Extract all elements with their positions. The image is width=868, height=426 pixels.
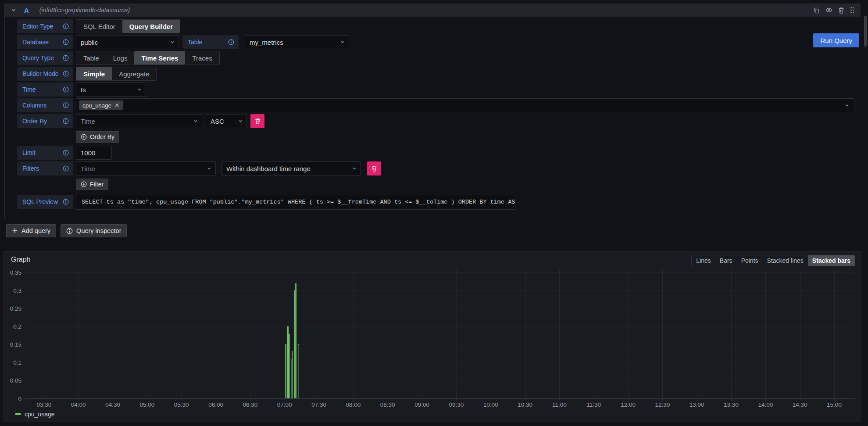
time-column-select[interactable]: ts	[76, 82, 146, 97]
filters-row: Filters Time Within dashboard time range	[17, 161, 854, 175]
field-label-time: Time	[17, 82, 73, 97]
info-icon[interactable]	[228, 39, 234, 45]
field-label-table: Table	[182, 35, 239, 49]
x-tick-label: 14:00	[758, 401, 773, 408]
option-stacked-lines[interactable]: Stacked lines	[763, 255, 808, 266]
order-by-direction-select[interactable]: ASC	[206, 114, 247, 128]
add-filter-button[interactable]: Filter	[76, 179, 108, 190]
gridline	[353, 269, 354, 398]
x-tick-mark	[491, 399, 491, 401]
x-tick-mark	[353, 399, 354, 401]
option-table[interactable]: Table	[76, 51, 106, 64]
field-label-columns: Columns	[17, 98, 73, 112]
x-tick-label: 04:30	[105, 401, 120, 408]
x-tick-label: 05:00	[139, 401, 154, 408]
option-points[interactable]: Points	[737, 255, 763, 266]
option-lines[interactable]: Lines	[692, 255, 715, 266]
y-tick-label: 0.2	[4, 324, 21, 330]
info-icon[interactable]	[63, 165, 69, 172]
datasource-hint: (info8fcc-greptimedb-datasource)	[39, 7, 130, 14]
gridline	[456, 269, 457, 398]
option-simple[interactable]: Simple	[76, 67, 112, 80]
info-icon[interactable]	[63, 71, 69, 77]
option-bars[interactable]: Bars	[715, 255, 737, 266]
x-tick-label: 10:00	[483, 401, 498, 408]
collapse-chevron-icon[interactable]	[11, 7, 16, 13]
x-tick-label: 11:00	[552, 401, 567, 408]
info-icon[interactable]	[63, 23, 69, 29]
duplicate-query-icon[interactable]	[813, 7, 820, 14]
limit-input[interactable]	[76, 146, 112, 160]
legend-color-dash	[15, 413, 21, 415]
editor-type-row: Editor Type SQL EditorQuery Builder	[17, 19, 854, 33]
x-tick-label: 10:30	[518, 401, 532, 408]
gridline	[216, 269, 216, 398]
x-tick-mark	[731, 399, 732, 401]
gridline	[25, 290, 855, 290]
gridline	[147, 269, 147, 398]
bar-cpu_usage[interactable]	[298, 344, 299, 398]
legend-item-cpu-usage[interactable]: cpu_usage	[15, 411, 55, 418]
gridline	[731, 269, 732, 398]
order-by-row: Order By Time ASC	[17, 114, 854, 128]
legend-label: cpu_usage	[25, 411, 55, 418]
bar-cpu_usage[interactable]	[295, 283, 296, 398]
table-select[interactable]: my_metrics	[245, 35, 349, 49]
remove-tag-icon[interactable]: ✕	[114, 102, 120, 108]
option-traces[interactable]: Traces	[185, 51, 219, 64]
gridline	[525, 269, 525, 398]
chart-plot-area[interactable]	[25, 269, 855, 399]
order-by-column-select[interactable]: Time	[76, 114, 202, 128]
query-row-header[interactable]: A (info8fcc-greptimedb-datasource)	[5, 4, 861, 17]
gridline	[388, 269, 388, 398]
remove-order-by-button[interactable]	[250, 114, 264, 128]
x-tick-mark	[662, 399, 663, 401]
bar-cpu_usage[interactable]	[285, 344, 286, 398]
run-query-button[interactable]: Run Query	[813, 33, 859, 47]
drag-handle-icon[interactable]	[850, 7, 854, 14]
info-icon[interactable]	[63, 102, 69, 108]
bar-cpu_usage[interactable]	[289, 334, 290, 399]
x-tick-label: 07:00	[277, 401, 292, 408]
info-icon[interactable]	[63, 55, 69, 61]
filter-condition-select[interactable]: Within dashboard time range	[221, 161, 361, 175]
display-mode-toggle: LinesBarsPointsStacked linesStacked bars	[691, 255, 855, 266]
hide-response-eye-icon[interactable]	[825, 7, 832, 14]
gridline	[422, 269, 422, 398]
x-tick-mark	[525, 399, 525, 401]
query-inspector-button[interactable]: Query inspector	[61, 224, 127, 237]
field-label-filters: Filters	[17, 161, 73, 175]
info-icon[interactable]	[63, 39, 69, 45]
delete-query-icon[interactable]	[838, 7, 844, 14]
field-label-order-by: Order By	[17, 114, 73, 128]
filter-column-select[interactable]: Time	[76, 161, 216, 175]
option-time-series[interactable]: Time Series	[134, 51, 185, 64]
bar-cpu_usage[interactable]	[292, 351, 293, 398]
x-tick-mark	[834, 399, 835, 401]
info-icon[interactable]	[63, 150, 69, 156]
database-select[interactable]: public	[76, 35, 179, 49]
option-aggregate[interactable]: Aggregate	[112, 67, 156, 80]
x-tick-mark	[388, 399, 388, 401]
add-query-button[interactable]: Add query	[6, 224, 56, 237]
sql-preview-code: SELECT ts as "time", cpu_usage FROM "pub…	[76, 194, 515, 210]
query-ref-id: A	[24, 7, 29, 14]
remove-filter-button[interactable]	[367, 161, 381, 175]
option-sql-editor[interactable]: SQL Editor	[76, 20, 122, 33]
x-tick-mark	[113, 399, 113, 401]
add-order-by-button[interactable]: Order By	[76, 131, 119, 143]
info-icon[interactable]	[63, 86, 69, 93]
option-logs[interactable]: Logs	[106, 51, 135, 64]
field-label-database: Database	[17, 35, 73, 49]
option-stacked-bars[interactable]: Stacked bars	[808, 255, 855, 266]
option-query-builder[interactable]: Query Builder	[122, 20, 180, 33]
x-tick-mark	[44, 399, 44, 401]
scrollbar-thumb[interactable]	[864, 16, 867, 47]
info-icon[interactable]	[63, 199, 69, 205]
field-label-editor-type: Editor Type	[17, 19, 73, 33]
columns-multiselect[interactable]: cpu_usage ✕	[76, 98, 854, 112]
x-tick-label: 08:30	[380, 401, 395, 408]
gridline	[79, 269, 79, 398]
time-row: Time ts	[17, 82, 854, 97]
info-icon[interactable]	[63, 118, 69, 124]
